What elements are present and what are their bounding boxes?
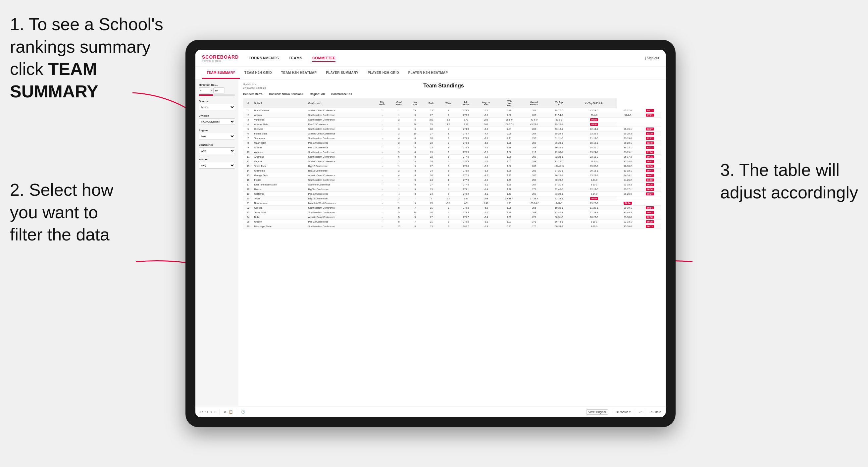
view-original-button[interactable]: View: Original bbox=[586, 409, 608, 415]
table-row: 13Texas TechBig 12 Conference-19272276.0… bbox=[243, 164, 661, 168]
table-row: 20TexasBig 12 Conference-3770.71.4426959… bbox=[243, 196, 661, 201]
sign-out-link[interactable]: | Sign out bbox=[645, 56, 659, 60]
col-conf-rank: ConfRank bbox=[391, 98, 407, 108]
conference-label: Conference bbox=[199, 144, 235, 146]
min-rounds-min-input[interactable] bbox=[199, 88, 210, 93]
region-select[interactable]: N/A bbox=[199, 133, 235, 139]
region-label: Region bbox=[199, 129, 235, 132]
col-conference: Conference bbox=[307, 98, 374, 108]
division-label: Division bbox=[199, 114, 235, 117]
standings-table: # School Conference RtgRank ConfRank NoT… bbox=[243, 98, 661, 229]
table-row: 22GeorgiaSoutheastern Conference-8721127… bbox=[243, 206, 661, 210]
col-no-tour: NoTour bbox=[407, 98, 423, 108]
col-rnds: Rnds bbox=[423, 98, 440, 108]
table-row: 19CaliforniaPac-12 Conference-48242278.2… bbox=[243, 192, 661, 196]
filter-gender: Gender Men's bbox=[199, 100, 235, 110]
tablet-device: SCOREBOARD Powered by clippd TOURNAMENTS… bbox=[185, 40, 676, 427]
rounds-slider[interactable] bbox=[199, 94, 235, 96]
clock-icon[interactable]: 🕐 bbox=[241, 410, 245, 414]
filter-division: Division NCAA Division I bbox=[199, 114, 235, 125]
redo-icon[interactable]: ↪ bbox=[205, 410, 208, 414]
filter-range-inputs: - bbox=[199, 88, 235, 93]
main-content: Minimum Rou... - Gender Men's bbox=[195, 80, 665, 406]
logo-area: SCOREBOARD Powered by clippd bbox=[202, 54, 239, 62]
subnav-player-summary[interactable]: PLAYER SUMMARY bbox=[321, 68, 363, 79]
gender-label: Gender bbox=[199, 100, 235, 103]
paste-icon[interactable]: 📋 bbox=[229, 410, 233, 414]
toolbar-sep-1 bbox=[220, 409, 220, 415]
toolbar-sep-3 bbox=[612, 409, 612, 415]
toolbar-sep-2 bbox=[237, 409, 237, 415]
table-header-row: Update time: 27/03/2024 16:56:26 Team St… bbox=[243, 83, 661, 90]
table-row: 23Texas A&MSoutheastern Conference-91030… bbox=[243, 210, 661, 215]
table-row: 25OregonPac-12 Conference-87210279.5-3.1… bbox=[243, 220, 661, 224]
table-row: 3VanderbiltSoutheastern Conference-25271… bbox=[243, 118, 661, 122]
table-body: 1North CarolinaAtlantic Coast Conference… bbox=[243, 108, 661, 229]
col-overall: OverallRecord bbox=[522, 98, 547, 108]
tablet-screen: SCOREBOARD Powered by clippd TOURNAMENTS… bbox=[195, 50, 665, 417]
subnav-team-summary[interactable]: TEAM SUMMARY bbox=[202, 68, 240, 79]
school-label: School bbox=[199, 158, 235, 161]
table-row: 24DukeAtlantic Coast Conference-59271279… bbox=[243, 215, 661, 220]
division-filter-display: Division: NCAA Division I bbox=[269, 92, 303, 96]
watch-button[interactable]: 👁 Watch ▾ bbox=[616, 410, 631, 414]
table-row: 8WashingtonPac-12 Conference-28231276.3-… bbox=[243, 141, 661, 146]
bottom-toolbar: ↩ ↪ ‹ › ⧉ 📋 🕐 View: Original 👁 Watch ▾ ⤢… bbox=[195, 406, 665, 417]
sidebar-filters: Minimum Rou... - Gender Men's bbox=[195, 80, 239, 406]
table-title: Team Standings bbox=[266, 83, 621, 89]
table-row: 9ArizonaPac-12 Conference-28223276.3-4.6… bbox=[243, 146, 661, 150]
expand-icon[interactable]: ⤢ bbox=[639, 410, 642, 414]
forward-icon[interactable]: › bbox=[214, 410, 215, 414]
table-row: 16FloridaSoutheastern Conference-7924427… bbox=[243, 178, 661, 183]
toolbar-sep-5 bbox=[646, 409, 646, 415]
col-adj-score: Adj.Score bbox=[457, 98, 475, 108]
table-header-row-el: # School Conference RtgRank ConfRank NoT… bbox=[243, 98, 661, 108]
table-row: 6Florida StateAtlantic Coast Conference-… bbox=[243, 131, 661, 136]
table-area: Update time: 27/03/2024 16:56:26 Team St… bbox=[239, 80, 665, 406]
instruction-2: 2. Select how you want to filter the dat… bbox=[10, 179, 113, 246]
logo-scoreboard: SCOREBOARD bbox=[202, 54, 239, 60]
nav-teams[interactable]: TEAMS bbox=[289, 55, 302, 62]
table-row: 7TennesseeSoutheastern Conference-461822… bbox=[243, 136, 661, 141]
division-select[interactable]: NCAA Division I bbox=[199, 118, 235, 125]
gender-select[interactable]: Men's bbox=[199, 104, 235, 110]
copy-icon[interactable]: ⧉ bbox=[224, 410, 226, 414]
col-rank: # bbox=[243, 98, 253, 108]
nav-tournaments[interactable]: TOURNAMENTS bbox=[249, 55, 279, 62]
conference-select[interactable]: (All) bbox=[199, 147, 235, 154]
share-button[interactable]: ↗ Share bbox=[650, 410, 661, 414]
region-filter-display: Region: All bbox=[310, 92, 324, 96]
gender-filter-display: Gender: Men's bbox=[243, 92, 262, 96]
slider-fill bbox=[199, 94, 213, 96]
top-nav: SCOREBOARD Powered by clippd TOURNAMENTS… bbox=[195, 50, 665, 67]
filter-region: Region N/A bbox=[199, 129, 235, 139]
filter-minimum-rounds: Minimum Rou... - bbox=[199, 84, 235, 96]
table-row: 18IllinoisBig Ten Conference-19231279.1-… bbox=[243, 187, 661, 192]
school-select[interactable]: (All) bbox=[199, 162, 235, 168]
min-rounds-max-input[interactable] bbox=[213, 88, 225, 93]
col-avg-par: Avg. toPar bbox=[475, 98, 497, 108]
table-row: 11ArkansasSoutheastern Conference-682232… bbox=[243, 155, 661, 159]
share-icon: ↗ bbox=[650, 410, 653, 414]
table-head: # School Conference RtgRank ConfRank NoT… bbox=[243, 98, 661, 108]
subnav-player-h2h-heatmap[interactable]: PLAYER H2H HEATMAP bbox=[404, 68, 453, 79]
nav-committee[interactable]: COMMITTEE bbox=[312, 55, 336, 62]
table-row: 26Mississippi StateSoutheastern Conferen… bbox=[243, 224, 661, 229]
filter-school: School (All) bbox=[199, 158, 235, 168]
table-row: 2AuburnSoutheastern Conference-19276273.… bbox=[243, 113, 661, 118]
table-filter-row: Gender: Men's Division: NCAA Division I … bbox=[243, 92, 661, 96]
table-row: 12VirginiaAtlantic Coast Conference-3824… bbox=[243, 159, 661, 164]
subnav-player-h2h-grid[interactable]: PLAYER H2H GRID bbox=[363, 68, 404, 79]
instruction-3: 3. The table will adjust accordingly bbox=[720, 159, 858, 204]
table-row: 10AlabamaSoutheastern Conference-5823327… bbox=[243, 150, 661, 155]
col-vs-top25: Vs Top25 bbox=[547, 98, 571, 108]
minimum-rounds-label: Minimum Rou... bbox=[199, 84, 235, 87]
table-row: 14OklahomaBig 12 Conference-28242276.9-3… bbox=[243, 168, 661, 173]
table-row: 5Ole MissSoutheastern Conference-3618127… bbox=[243, 127, 661, 131]
subnav-team-h2h-heatmap[interactable]: TEAM H2H HEATMAP bbox=[277, 68, 321, 79]
back-icon[interactable]: ‹ bbox=[211, 410, 212, 414]
col-wins: Wins bbox=[440, 98, 457, 108]
undo-icon[interactable]: ↩ bbox=[200, 410, 203, 414]
subnav-team-h2h-grid[interactable]: TEAM H2H GRID bbox=[240, 68, 277, 79]
table-row: 4Arizona StatePac-12 Conference-126354.0… bbox=[243, 122, 661, 127]
